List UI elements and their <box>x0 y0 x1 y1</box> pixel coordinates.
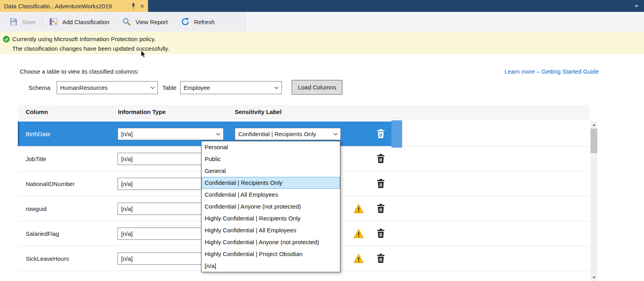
dropdown-option[interactable]: Highly Confidential | All Employees <box>201 224 340 236</box>
tab-list-chevron-down-icon[interactable] <box>635 5 638 8</box>
sensitivity-dropdown-list: Personal Public General Confidential | R… <box>201 141 340 272</box>
tab-title: Data Classificatio...AdventureWorks2019 <box>4 3 127 9</box>
warning-icon <box>353 204 364 213</box>
dropdown-option[interactable]: Highly Confidential | Recipients Only <box>201 213 340 224</box>
information-type-value: [n/a] <box>121 230 133 237</box>
header-sensitivity-label: Sensitivity Label <box>235 108 590 115</box>
information-type-value: [n/a] <box>121 131 133 137</box>
policy-message-bar: Currently using Microsoft Information Pr… <box>0 32 644 54</box>
warning-icon <box>353 229 364 238</box>
view-report-button[interactable]: View Report <box>116 12 174 32</box>
dropdown-option[interactable]: Highly Confidential | Project Obsidian <box>201 248 340 260</box>
dropdown-option[interactable]: Personal <box>201 141 340 153</box>
warning-icon <box>353 254 364 263</box>
header-information-type: Information Type <box>118 108 235 115</box>
column-name: JobTitle <box>26 156 46 162</box>
sensitivity-label-value: Confidential | Recipients Only <box>238 131 316 137</box>
schema-label: Schema <box>28 84 50 91</box>
schema-value: HumanResources <box>60 84 108 91</box>
refresh-button[interactable]: Refresh <box>174 12 221 32</box>
delete-icon[interactable] <box>376 203 385 214</box>
scrollbar-down-arrow[interactable] <box>591 274 597 281</box>
data-classification-window: Data Classificatio...AdventureWorks2019 … <box>0 0 644 281</box>
column-name: SickLeaveHours <box>26 255 69 262</box>
pin-icon[interactable] <box>131 3 136 9</box>
dropdown-option[interactable]: [n/a] <box>201 260 340 272</box>
table-select[interactable]: Employee <box>180 81 282 94</box>
triangle-up-icon <box>593 124 596 126</box>
dropdown-option[interactable]: Public <box>201 153 340 165</box>
delete-icon[interactable] <box>376 154 385 164</box>
add-classification-icon <box>49 17 58 27</box>
triangle-down-icon <box>593 277 596 279</box>
dropdown-option[interactable]: Confidential | All Employees <box>201 189 340 201</box>
save-floppy-icon <box>9 17 18 27</box>
dropdown-option[interactable]: Highly Confidential | Anyone (not protec… <box>201 236 340 248</box>
sensitivity-label-select[interactable]: Confidential | Recipients Only <box>235 128 341 140</box>
tab-data-classification[interactable]: Data Classificatio...AdventureWorks2019 … <box>0 0 148 12</box>
chevron-down-icon <box>216 133 220 135</box>
column-name: BirthDate <box>26 131 51 137</box>
message-line-2: The classification changes have been upd… <box>12 44 640 53</box>
table-label: Table <box>162 84 177 91</box>
mouse-cursor <box>141 50 146 58</box>
header-column: Column <box>18 108 118 115</box>
grid-scrollbar[interactable] <box>591 122 597 281</box>
delete-icon[interactable] <box>376 253 385 264</box>
magnifier-icon <box>122 17 131 27</box>
toolbar: Save Add Classification View Report <box>0 12 644 32</box>
dropdown-option[interactable]: Confidential | Anyone (not protected) <box>201 201 340 213</box>
column-name: rowguid <box>26 205 47 212</box>
schema-select[interactable]: HumanResources <box>57 81 158 94</box>
column-name: NationalIDNumber <box>26 180 74 187</box>
information-type-value: [n/a] <box>121 156 133 162</box>
scrollbar-up-arrow[interactable] <box>591 122 597 128</box>
chevron-down-icon <box>150 86 155 89</box>
information-type-value: [n/a] <box>121 255 133 262</box>
grid-header-row: Column Information Type Sensitivity Labe… <box>18 105 590 119</box>
chevron-down-icon <box>333 133 338 135</box>
dropdown-option[interactable]: General <box>201 165 340 177</box>
learn-more-link[interactable]: Learn more – Getting Started Guide <box>505 68 599 75</box>
scrollbar-thumb[interactable] <box>591 129 597 153</box>
add-classification-label: Add Classification <box>62 19 109 25</box>
information-type-select[interactable]: [n/a] <box>118 128 224 140</box>
instruction-text: Choose a table to view its classified co… <box>20 68 139 75</box>
toolbar-group: Save Add Classification View Report <box>0 12 245 32</box>
dropdown-option-selected[interactable]: Confidential | Recipients Only <box>201 177 340 189</box>
refresh-label: Refresh <box>194 19 215 25</box>
refresh-icon <box>180 17 190 27</box>
success-check-icon <box>3 36 10 43</box>
delete-icon[interactable] <box>376 178 385 189</box>
delete-icon[interactable] <box>376 129 385 139</box>
table-value: Employee <box>184 84 210 91</box>
chevron-down-icon <box>274 86 279 89</box>
view-report-label: View Report <box>135 19 167 25</box>
load-columns-button[interactable]: Load Columns <box>292 80 342 95</box>
save-button[interactable]: Save <box>2 12 42 32</box>
delete-icon[interactable] <box>376 228 385 239</box>
save-label: Save <box>22 19 36 25</box>
message-line-1: Currently using Microsoft Information Pr… <box>12 34 640 44</box>
column-name: SalariedFlag <box>26 230 59 237</box>
document-tab-strip: Data Classificatio...AdventureWorks2019 … <box>0 0 644 12</box>
add-classification-button[interactable]: Add Classification <box>42 12 116 32</box>
information-type-value: [n/a] <box>121 205 133 212</box>
information-type-value: [n/a] <box>121 180 133 187</box>
close-icon[interactable]: × <box>140 3 144 9</box>
